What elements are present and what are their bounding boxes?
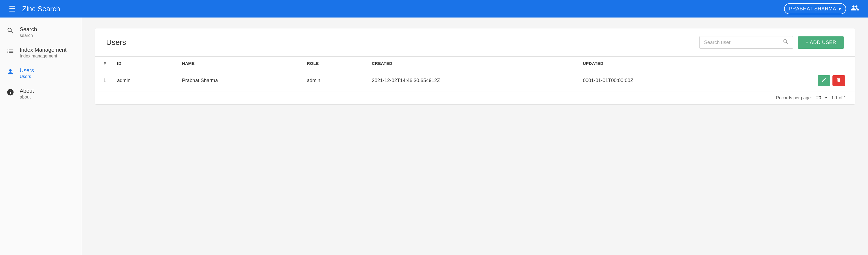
col-updated: UPDATED bbox=[578, 57, 741, 70]
add-user-button[interactable]: + ADD USER bbox=[798, 36, 844, 49]
col-role: ROLE bbox=[301, 57, 367, 70]
records-per-page-label: Records per page: bbox=[776, 95, 812, 101]
edit-user-button[interactable] bbox=[818, 75, 830, 86]
sidebar-users-label: Users bbox=[20, 67, 34, 74]
header: ☰ Zinc Search PRABHAT SHARMA ▾ bbox=[0, 0, 868, 18]
sidebar-index-sublabel: Index management bbox=[20, 54, 66, 59]
cell-updated: 0001-01-01T00:00:00Z bbox=[578, 70, 741, 91]
info-icon bbox=[6, 88, 14, 98]
sidebar-about-label: About bbox=[20, 88, 34, 94]
sidebar-users-sublabel: Users bbox=[20, 74, 34, 79]
cell-name: Prabhat Sharma bbox=[177, 70, 302, 91]
page-title: Users bbox=[106, 38, 126, 47]
search-icon bbox=[783, 38, 789, 46]
sidebar-index-label: Index Management bbox=[20, 47, 66, 53]
search-user-input[interactable] bbox=[704, 40, 780, 46]
col-id: ID bbox=[112, 57, 177, 70]
add-user-label: + ADD USER bbox=[805, 40, 836, 46]
sidebar-item-index-management[interactable]: Index Management Index management bbox=[0, 42, 82, 63]
col-actions bbox=[741, 57, 855, 70]
table-header: # ID NAME ROLE CREATED UPDATED bbox=[95, 57, 855, 70]
user-name-label: PRABHAT SHARMA bbox=[789, 6, 836, 12]
sidebar-search-sublabel: search bbox=[20, 33, 37, 38]
search-icon bbox=[6, 27, 14, 36]
table-body: 1 admin Prabhat Sharma admin 2021-12-02T… bbox=[95, 70, 855, 91]
users-header: Users + ADD USER bbox=[95, 28, 855, 56]
sidebar-item-search-text: Search search bbox=[20, 26, 37, 38]
table-row: 1 admin Prabhat Sharma admin 2021-12-02T… bbox=[95, 70, 855, 91]
col-num: # bbox=[95, 57, 112, 70]
users-actions: + ADD USER bbox=[699, 36, 844, 49]
sidebar-item-about[interactable]: About about bbox=[0, 83, 82, 104]
people-icon[interactable] bbox=[850, 4, 859, 14]
table-footer: Records per page: 20 50 100 1-1 of 1 bbox=[95, 91, 855, 104]
users-icon bbox=[6, 68, 14, 78]
sidebar: Search search Index Management Index man… bbox=[0, 18, 82, 255]
cell-role: admin bbox=[301, 70, 367, 91]
sidebar-item-about-text: About about bbox=[20, 88, 34, 100]
search-user-container bbox=[699, 36, 793, 49]
main-content: Users + ADD USER # bbox=[82, 18, 868, 255]
records-select[interactable]: 20 50 100 bbox=[815, 95, 828, 101]
sidebar-item-users[interactable]: Users Users bbox=[0, 63, 82, 83]
delete-user-button[interactable] bbox=[832, 75, 845, 86]
row-actions bbox=[747, 75, 849, 86]
header-user-area: PRABHAT SHARMA ▾ bbox=[784, 3, 859, 14]
users-table: # ID NAME ROLE CREATED UPDATED 1 admin P… bbox=[95, 56, 855, 91]
layout: Search search Index Management Index man… bbox=[0, 18, 868, 255]
sidebar-about-sublabel: about bbox=[20, 95, 34, 100]
sidebar-item-index-text: Index Management Index management bbox=[20, 47, 66, 59]
col-name: NAME bbox=[177, 57, 302, 70]
records-per-page-select[interactable]: 20 50 100 bbox=[815, 95, 828, 101]
sidebar-item-search[interactable]: Search search bbox=[0, 22, 82, 42]
pagination-info: 1-1 of 1 bbox=[831, 95, 846, 101]
cell-created: 2021-12-02T14:46:30.654912Z bbox=[367, 70, 578, 91]
app-title: Zinc Search bbox=[22, 5, 784, 13]
cell-id: admin bbox=[112, 70, 177, 91]
user-menu-button[interactable]: PRABHAT SHARMA ▾ bbox=[784, 3, 846, 14]
sidebar-item-users-text: Users Users bbox=[20, 67, 34, 79]
list-icon bbox=[6, 47, 14, 57]
chevron-down-icon: ▾ bbox=[838, 5, 841, 12]
sidebar-search-label: Search bbox=[20, 26, 37, 33]
cell-actions bbox=[741, 70, 855, 91]
cell-num: 1 bbox=[95, 70, 112, 91]
users-card: Users + ADD USER # bbox=[95, 28, 855, 104]
menu-icon[interactable]: ☰ bbox=[9, 4, 16, 13]
col-created: CREATED bbox=[367, 57, 578, 70]
